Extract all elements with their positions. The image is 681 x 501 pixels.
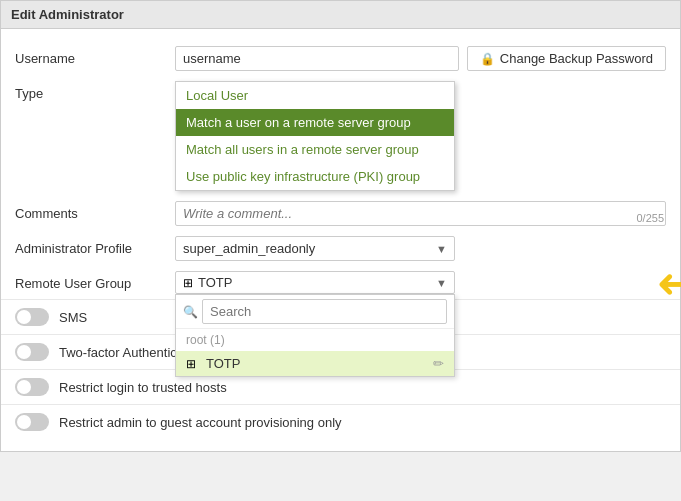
type-option-remote-match[interactable]: Match a user on a remote server group [176,109,454,136]
search-box-wrapper: 🔍 [176,295,454,329]
guest-account-label: Restrict admin to guest account provisio… [59,415,342,430]
totp-grid-icon: ⊞ [186,357,196,371]
sms-toggle[interactable] [15,308,49,326]
search-icon: 🔍 [183,305,198,319]
type-option-pki[interactable]: Use public key infrastructure (PKI) grou… [176,163,454,190]
edit-administrator-window: Edit Administrator Username 🔒 Change Bac… [0,0,681,452]
username-row: Username 🔒 Change Backup Password [1,41,680,76]
comments-row: Comments 0/255 [1,196,680,231]
remote-group-value: TOTP [198,275,436,290]
guest-account-toggle[interactable] [15,413,49,431]
comments-wrapper: 0/255 [175,201,666,226]
type-option-pki-label: Use public key infrastructure (PKI) grou… [186,169,420,184]
username-input[interactable] [175,46,459,71]
type-menu: Local User Match a user on a remote serv… [175,81,455,191]
change-backup-button[interactable]: 🔒 Change Backup Password [467,46,666,71]
title-text: Edit Administrator [11,7,124,22]
remote-group-wrapper: ⊞ TOTP ▼ 🔍 root (1) ⊞ TOTP ✏ [175,271,666,294]
guest-account-row: Restrict admin to guest account provisio… [1,404,680,439]
type-dropdown-container: Local User Match a user on a remote serv… [175,81,666,191]
edit-icon[interactable]: ✏ [433,356,444,371]
remote-dropdown-panel: 🔍 root (1) ⊞ TOTP ✏ [175,294,455,377]
lock-icon: 🔒 [480,52,495,66]
remote-user-group-row: Remote User Group ⊞ TOTP ▼ 🔍 root (1) ⊞ [1,266,680,299]
dropdown-item-text: TOTP [206,356,428,371]
type-option-remote-all[interactable]: Match all users in a remote server group [176,136,454,163]
username-input-row: 🔒 Change Backup Password [175,46,666,71]
comments-input[interactable] [175,201,666,226]
type-option-local-label: Local User [186,88,248,103]
form-area: Username 🔒 Change Backup Password Type [1,29,680,451]
remote-user-group-label: Remote User Group [15,271,175,291]
admin-profile-label: Administrator Profile [15,236,175,256]
type-option-remote-match-label: Match a user on a remote server group [186,115,411,130]
trusted-hosts-label: Restrict login to trusted hosts [59,380,227,395]
type-label: Type [15,81,175,101]
type-row: Type Local User Match a user on a remote… [1,76,680,196]
remote-group-arrow-icon: ▼ [436,277,447,289]
remote-group-search-input[interactable] [202,299,447,324]
remote-group-select[interactable]: ⊞ TOTP ▼ [175,271,455,294]
admin-profile-row: Administrator Profile super_admin_readon… [1,231,680,266]
type-option-remote-all-label: Match all users in a remote server group [186,142,419,157]
dropdown-group-label: root (1) [176,329,454,351]
comments-label: Comments [15,201,175,221]
two-factor-toggle[interactable] [15,343,49,361]
window-title: Edit Administrator [1,1,680,29]
char-count: 0/255 [636,212,664,224]
admin-profile-select[interactable]: super_admin_readonly [175,236,455,261]
sms-label: SMS [59,310,87,325]
admin-profile-control: super_admin_readonly ▼ [175,236,666,261]
username-input-container [175,46,459,71]
username-label: Username [15,46,175,66]
type-option-local[interactable]: Local User [176,82,454,109]
remote-group-grid-icon: ⊞ [183,276,193,290]
username-field-wrapper: 🔒 Change Backup Password [175,46,666,71]
trusted-hosts-toggle[interactable] [15,378,49,396]
dropdown-totp-item[interactable]: ⊞ TOTP ✏ [176,351,454,376]
admin-profile-select-wrapper: super_admin_readonly ▼ [175,236,455,261]
change-backup-label: Change Backup Password [500,51,653,66]
